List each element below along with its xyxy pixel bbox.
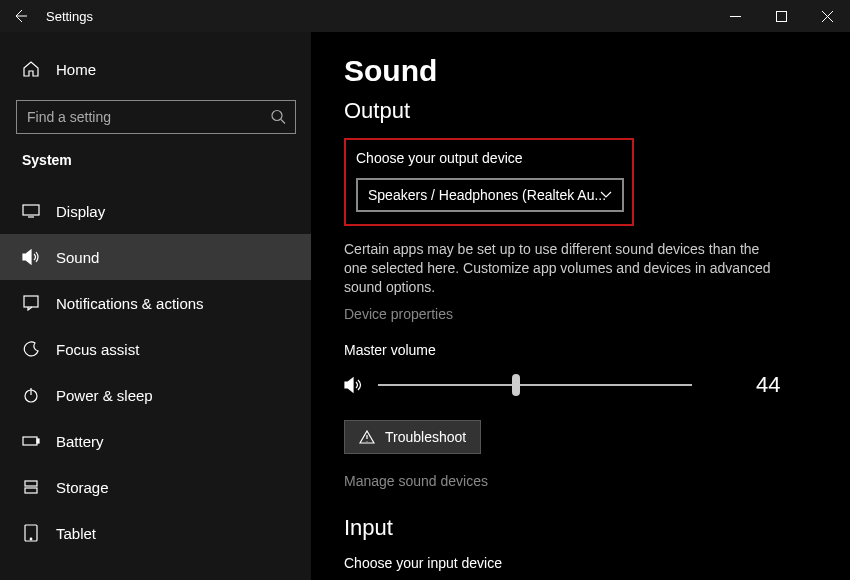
- troubleshoot-label: Troubleshoot: [385, 429, 466, 445]
- svg-point-1: [272, 111, 282, 121]
- nav-sound[interactable]: Sound: [0, 234, 312, 280]
- chevron-down-icon: [600, 191, 612, 199]
- volume-slider[interactable]: [378, 384, 692, 386]
- input-header: Input: [344, 515, 830, 541]
- nav-notifications[interactable]: Notifications & actions: [0, 280, 312, 326]
- volume-slider-thumb[interactable]: [512, 374, 520, 396]
- output-device-value: Speakers / Headphones (Realtek Au...: [368, 187, 606, 203]
- nav-label: Storage: [56, 479, 109, 496]
- svg-rect-0: [776, 11, 786, 21]
- warning-icon: [359, 430, 375, 444]
- maximize-button[interactable]: [758, 0, 804, 32]
- close-icon: [822, 11, 833, 22]
- focus-icon: [22, 340, 40, 358]
- sidebar: Home System Display Sound Notifications …: [0, 32, 312, 580]
- search-input[interactable]: [16, 100, 296, 134]
- minimize-icon: [730, 11, 741, 22]
- nav-label: Tablet: [56, 525, 96, 542]
- home-label: Home: [56, 61, 96, 78]
- nav-display[interactable]: Display: [0, 188, 312, 234]
- svg-point-10: [30, 538, 32, 540]
- volume-value: 44: [756, 372, 780, 398]
- nav-tablet[interactable]: Tablet: [0, 510, 312, 556]
- nav-label: Focus assist: [56, 341, 139, 358]
- display-icon: [22, 202, 40, 220]
- svg-rect-8: [25, 488, 37, 493]
- device-properties-link[interactable]: Device properties: [344, 306, 453, 322]
- home-icon: [22, 60, 40, 78]
- home-link[interactable]: Home: [0, 50, 312, 88]
- nav-focus-assist[interactable]: Focus assist: [0, 326, 312, 372]
- troubleshoot-button[interactable]: Troubleshoot: [344, 420, 481, 454]
- nav-group-header: System: [0, 152, 312, 176]
- nav-power[interactable]: Power & sleep: [0, 372, 312, 418]
- svg-rect-3: [24, 296, 38, 307]
- nav-label: Battery: [56, 433, 104, 450]
- minimize-button[interactable]: [712, 0, 758, 32]
- nav-label: Display: [56, 203, 105, 220]
- search-icon: [271, 110, 286, 125]
- svg-rect-2: [23, 205, 39, 215]
- nav-label: Power & sleep: [56, 387, 153, 404]
- svg-rect-5: [23, 437, 37, 445]
- choose-input-label: Choose your input device: [344, 555, 830, 571]
- window-title: Settings: [46, 9, 93, 24]
- tablet-icon: [22, 524, 40, 542]
- main-content: Sound Output Choose your output device S…: [312, 32, 850, 580]
- storage-icon: [22, 478, 40, 496]
- output-help-text: Certain apps may be set up to use differ…: [344, 240, 784, 297]
- nav-storage[interactable]: Storage: [0, 464, 312, 510]
- output-header: Output: [344, 98, 830, 124]
- nav-label: Sound: [56, 249, 99, 266]
- output-device-highlight: Choose your output device Speakers / Hea…: [344, 138, 634, 226]
- close-button[interactable]: [804, 0, 850, 32]
- nav-label: Notifications & actions: [56, 295, 204, 312]
- svg-rect-7: [25, 481, 37, 486]
- master-volume-label: Master volume: [344, 342, 830, 358]
- volume-icon[interactable]: [344, 376, 364, 394]
- output-device-select[interactable]: Speakers / Headphones (Realtek Au...: [356, 178, 624, 212]
- back-button[interactable]: [0, 8, 40, 24]
- svg-rect-6: [37, 439, 39, 443]
- nav-battery[interactable]: Battery: [0, 418, 312, 464]
- battery-icon: [22, 432, 40, 450]
- page-title: Sound: [344, 54, 830, 88]
- power-icon: [22, 386, 40, 404]
- arrow-left-icon: [12, 8, 28, 24]
- sound-icon: [22, 248, 40, 266]
- choose-output-label: Choose your output device: [356, 150, 622, 166]
- manage-devices-link[interactable]: Manage sound devices: [344, 473, 488, 489]
- maximize-icon: [776, 11, 787, 22]
- notifications-icon: [22, 294, 40, 312]
